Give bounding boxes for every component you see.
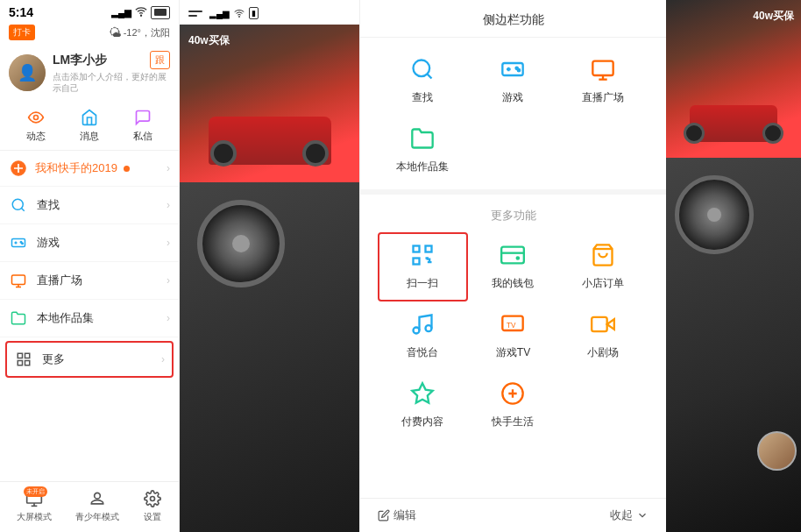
sidebar-search[interactable]: 查找 <box>378 46 468 116</box>
gametv-grid-label: 游戏TV <box>496 345 530 360</box>
game-grid-icon <box>497 53 528 85</box>
time-display: 5:14 <box>9 5 33 19</box>
profile-section[interactable]: 👤 LM李小步 跟 点击添加个人介绍，更好的展示自己 <box>0 44 179 101</box>
svg-line-4 <box>21 208 24 210</box>
sidebar-music[interactable]: 音悦台 <box>378 301 468 371</box>
bottom-bar: 未开启 大屏模式 青少年模式 设置 <box>0 481 179 532</box>
sidebar-wallet[interactable]: 我的钱包 <box>468 232 558 301</box>
menu-more[interactable]: 更多 › <box>5 341 174 378</box>
chevron-right-icon: › <box>167 162 170 174</box>
svg-rect-8 <box>12 275 25 285</box>
far-right-text-overlay: 40w买保 <box>753 9 794 24</box>
highlight-text: 我和快手的2019 <box>35 160 167 176</box>
quick-action-dynamic[interactable]: 动态 <box>26 108 46 143</box>
game-label: 游戏 <box>37 235 167 251</box>
status-icons: ▂▄▆ <box>111 5 170 19</box>
gametv-grid-icon: TV <box>497 309 528 340</box>
sidebar-scan[interactable]: 扫一扫 <box>378 232 468 301</box>
svg-point-1 <box>33 116 38 120</box>
far-right-panel: 40w买保 <box>666 0 801 532</box>
chevron-right-icon: › <box>167 274 170 287</box>
svg-rect-32 <box>502 247 525 264</box>
quick-action-message[interactable]: 消息 <box>80 108 99 143</box>
dynamic-label: 动态 <box>26 130 46 143</box>
avatar: 👤 <box>9 54 46 91</box>
sidebar-game[interactable]: 游戏 <box>468 46 558 116</box>
big-screen-button[interactable]: 未开启 大屏模式 <box>17 489 52 523</box>
quick-action-chat[interactable]: 私信 <box>133 108 152 143</box>
chevron-down-icon <box>636 509 649 521</box>
profile-name: LM李小步 <box>53 53 107 68</box>
edit-button[interactable]: 编辑 <box>378 507 416 523</box>
svg-point-19 <box>151 497 155 501</box>
menu-game[interactable]: 游戏 › <box>0 224 179 262</box>
shop-grid-label: 小店订单 <box>582 276 624 291</box>
sidebar-panel-title: 侧边栏功能 <box>360 0 666 38</box>
svg-rect-11 <box>18 353 22 358</box>
menu-local[interactable]: 本地作品集 › <box>0 300 179 337</box>
search-label: 查找 <box>37 197 167 213</box>
search-icon <box>9 195 28 215</box>
sidebar-live[interactable]: 直播广场 <box>558 46 649 116</box>
search-grid-icon <box>407 53 438 85</box>
sidebar-gametv[interactable]: TV 游戏TV <box>468 301 558 371</box>
svg-text:TV: TV <box>507 322 516 330</box>
scan-grid-icon <box>407 239 438 271</box>
punch-badge[interactable]: 打卡 <box>9 25 35 40</box>
feed-panel: ▂▄▆ ▮ 40w买保 <box>180 0 359 532</box>
menu-live[interactable]: 直播广场 › <box>0 262 179 300</box>
settings-button[interactable]: 设置 <box>143 489 162 523</box>
quick-actions: 动态 消息 私信 <box>0 101 179 151</box>
menu-search[interactable]: 查找 › <box>0 187 179 224</box>
follow-button[interactable]: 跟 <box>150 51 170 69</box>
sidebar-footer: 编辑 收起 <box>360 498 666 532</box>
svg-rect-13 <box>18 361 22 365</box>
more-section-title: 更多功能 <box>378 203 649 232</box>
settings-label: 设置 <box>144 511 161 523</box>
game-icon <box>9 233 28 252</box>
feed-car-image[interactable]: 40w买保 <box>180 25 359 182</box>
notification-dot <box>124 166 130 172</box>
chevron-right-icon: › <box>167 312 170 324</box>
far-right-car-image: 40w买保 <box>666 0 801 158</box>
more-icon-grid: 扫一扫 我的钱包 小店订单 音悦台 <box>378 232 649 440</box>
hamburger-icon[interactable] <box>188 11 202 17</box>
sidebar-expanded-panel: 侧边栏功能 查找 游戏 直播广场 <box>359 0 666 532</box>
wifi-icon <box>135 5 147 19</box>
top-icon-grid: 查找 游戏 直播广场 <box>378 46 649 116</box>
chevron-right-icon: › <box>167 237 170 249</box>
svg-marker-39 <box>607 319 614 330</box>
battery-feed: ▮ <box>249 7 259 19</box>
signal-bars: ▂▄▆ <box>209 9 230 18</box>
local-label: 本地作品集 <box>37 310 167 326</box>
sidebar-drama[interactable]: 小剧场 <box>558 301 649 371</box>
feed-top-bar: ▂▄▆ ▮ <box>180 0 359 25</box>
message-icon <box>80 108 99 127</box>
feed-wheel-image[interactable] <box>180 182 359 532</box>
local-grid-label: 本地作品集 <box>396 160 449 174</box>
far-right-wheel-image <box>666 158 801 532</box>
sidebar-shop[interactable]: 小店订单 <box>558 232 649 301</box>
wifi-feed-icon <box>234 8 245 18</box>
edit-icon <box>378 509 390 521</box>
star-icon <box>9 159 28 178</box>
svg-point-7 <box>22 243 24 245</box>
teen-mode-button[interactable]: 青少年模式 <box>75 489 119 523</box>
highlight-2019[interactable]: 我和快手的2019 › <box>0 151 179 187</box>
chat-icon <box>133 108 152 127</box>
sidebar-kuaishou[interactable]: 快手生活 <box>468 371 558 440</box>
sidebar-paid[interactable]: 付费内容 <box>378 371 468 440</box>
eye-icon <box>26 108 46 127</box>
wallet-grid-icon <box>497 239 528 271</box>
top-bar: 打卡 🌤 -12°，沈阳 <box>0 21 179 44</box>
car-text-overlay: 40w买保 <box>188 33 230 48</box>
collapse-button[interactable]: 收起 <box>610 507 649 523</box>
chat-label: 私信 <box>133 130 152 143</box>
profile-info: LM李小步 跟 点击添加个人介绍，更好的展示自己 <box>53 51 170 94</box>
more-section: 更多功能 扫一扫 我的钱包 小店订单 <box>360 195 666 444</box>
paid-grid-label: 付费内容 <box>401 415 443 429</box>
svg-rect-12 <box>25 353 30 358</box>
sidebar-local[interactable]: 本地作品集 <box>378 116 468 185</box>
paid-grid-icon <box>407 378 438 409</box>
more-label: 更多 <box>42 351 161 367</box>
